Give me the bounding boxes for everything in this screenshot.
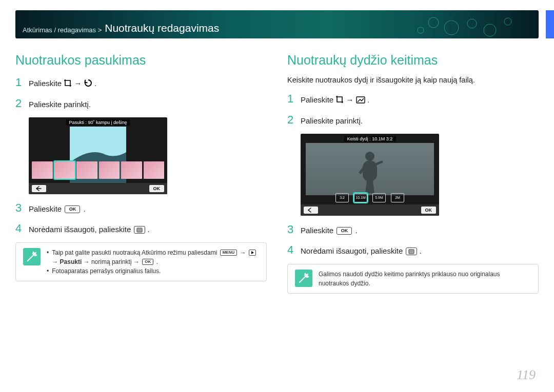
thumbnail-strip [32, 161, 164, 179]
step-text: Palieskite [29, 204, 64, 213]
svg-point-4 [484, 24, 496, 36]
step-2-resize: 2 Palieskite parinktį. [287, 113, 539, 127]
step-text: Norėdami išsaugoti, palieskite [301, 246, 405, 255]
svg-point-2 [444, 20, 459, 35]
step-text: . [367, 95, 369, 104]
step-1-resize: 1 Palieskite → . [287, 92, 539, 106]
svg-point-3 [467, 19, 477, 28]
thumb[interactable] [32, 161, 53, 179]
step-number: 1 [15, 76, 29, 89]
step-text: Palieskite [29, 79, 64, 88]
note-text: Galimos naudoti dydžio keitimo parinktys… [319, 271, 500, 287]
size-opt-5-9m[interactable]: 5.9M [372, 193, 386, 202]
note-line-1: Taip pat galite pasukti nuotrauką Atkūri… [47, 248, 259, 266]
child-silhouette-icon [354, 149, 385, 195]
preview-toolbar: OK [301, 204, 439, 216]
step-number: 4 [15, 222, 29, 235]
step-text: . [94, 79, 96, 88]
ok-chip: OK [65, 205, 80, 213]
back-button[interactable] [32, 185, 46, 192]
step-text: Palieskite parinktį. [301, 115, 539, 126]
arrow-text: → [346, 95, 356, 104]
step-number: 1 [287, 92, 301, 106]
step-number: 2 [287, 113, 301, 127]
crop-icon [335, 95, 344, 106]
svg-point-0 [418, 27, 424, 33]
resize-icon [356, 95, 365, 106]
section-intro: Keiskite nuotraukos dydį ir išsaugokite … [287, 76, 539, 84]
step-number: 3 [287, 223, 301, 236]
menu-chip: MENU [220, 250, 238, 256]
note-resize: Galimos naudoti dydžio keitimo parinktys… [287, 264, 539, 294]
step-2-rotate: 2 Palieskite parinktį. [15, 97, 267, 110]
section-rotate: Nuotraukos pasukimas 1 Palieskite → . 2 [15, 53, 267, 294]
section-heading-resize: Nuotraukų dydžio keitimas [287, 53, 539, 68]
step-4-resize: 4 Norėdami išsaugoti, palieskite . [287, 243, 539, 257]
preview-caption: Pasukti : 90˚ kampu į dešinę [66, 119, 130, 126]
play-icon [249, 250, 256, 256]
preview-caption: Keisti dydį : 10.1M 3:2 [344, 136, 396, 142]
note-rotate: Taip pat galite pasukti nuotrauką Atkūri… [15, 242, 267, 281]
step-text: Norėdami išsaugoti, palieskite [29, 225, 133, 234]
back-button[interactable] [304, 207, 318, 214]
thumb[interactable] [99, 161, 120, 179]
step-number: 4 [287, 243, 301, 257]
size-opt-10-1m[interactable]: 10.1M [354, 193, 367, 202]
step-text: Palieskite [301, 226, 335, 235]
thumb[interactable] [121, 161, 142, 179]
section-heading-rotate: Nuotraukos pasukimas [15, 53, 267, 68]
crop-icon [64, 79, 72, 90]
ok-button[interactable]: OK [149, 185, 165, 192]
page-number: 119 [517, 367, 536, 383]
note-icon [295, 270, 312, 287]
side-tab [546, 10, 554, 38]
ok-chip: OK [337, 227, 352, 235]
rotate-icon [84, 79, 92, 90]
save-icon [406, 247, 417, 255]
decorative-bubbles [405, 12, 518, 38]
note-line-2: Fotoaparatas perrašys originalius failus… [47, 266, 259, 276]
page-title: Nuotraukų redagavimas [105, 23, 219, 33]
breadcrumb: Atkūrimas / redagavimas > [23, 27, 102, 33]
preview-toolbar: OK [29, 183, 167, 194]
svg-point-5 [504, 18, 511, 25]
ok-button[interactable]: OK [421, 207, 437, 214]
size-options: 3:2 10.1M 5.9M 2M [301, 193, 439, 202]
resize-preview: Keisti dydį : 10.1M 3:2 3:2 10.1M 5.9M 2… [301, 134, 439, 216]
ok-chip: OK [142, 259, 153, 265]
thumb-selected[interactable] [54, 161, 75, 179]
step-3-resize: 3 Palieskite OK . [287, 223, 539, 236]
svg-point-8 [365, 152, 374, 161]
size-opt-2m[interactable]: 2M [391, 193, 404, 202]
svg-point-1 [428, 17, 439, 28]
section-resize: Nuotraukų dydžio keitimas Keiskite nuotr… [287, 53, 539, 294]
thumb[interactable] [144, 161, 165, 179]
header-bar: Atkūrimas / redagavimas > Nuotraukų reda… [15, 10, 539, 38]
step-text: . [420, 246, 422, 255]
step-text: . [355, 226, 358, 235]
step-1-rotate: 1 Palieskite → . [15, 76, 267, 90]
step-text: Palieskite parinktį. [29, 99, 267, 110]
step-text: . [148, 225, 150, 234]
step-number: 2 [15, 97, 29, 110]
size-opt-3-2[interactable]: 3:2 [335, 193, 349, 202]
preview-scene [306, 143, 434, 195]
thumb[interactable] [76, 161, 97, 179]
step-text: . [84, 204, 86, 213]
rotate-preview: Pasukti : 90˚ kampu į dešinę [29, 117, 167, 194]
note-icon [23, 248, 41, 265]
step-3-rotate: 3 Palieskite OK . [15, 201, 267, 215]
step-number: 3 [15, 201, 29, 215]
save-icon [134, 226, 145, 234]
step-4-rotate: 4 Norėdami išsaugoti, palieskite . [15, 222, 267, 235]
step-text: Palieskite [301, 95, 335, 104]
arrow-text: → [74, 79, 84, 88]
